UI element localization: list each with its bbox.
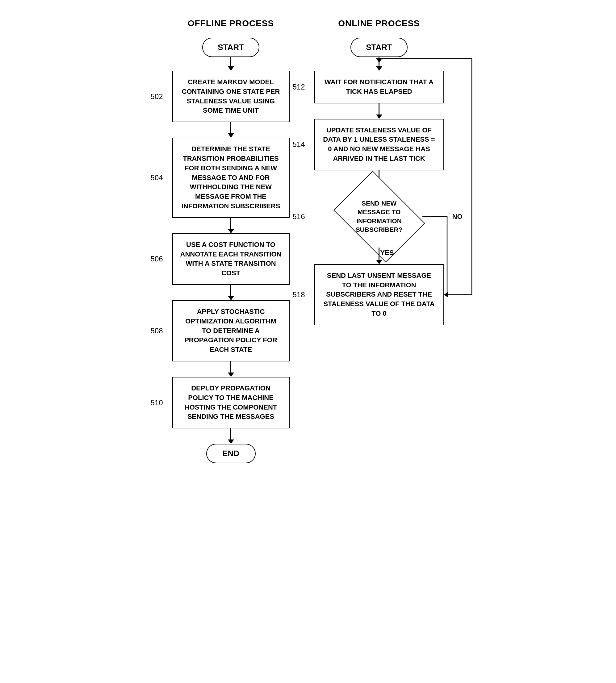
arrow-6 bbox=[228, 428, 234, 444]
step-514-box: UPDATE STALENESS VALUE OF DATA BY 1 UNLE… bbox=[314, 119, 444, 170]
online-arrow-2 bbox=[376, 104, 382, 119]
arrow-1 bbox=[228, 57, 234, 71]
arrow-4 bbox=[228, 285, 234, 300]
step-504-box: DETERMINE THE STATE TRANSITION PROBABILI… bbox=[172, 138, 290, 218]
label-512: 512 bbox=[293, 83, 305, 91]
offline-start-terminal: START bbox=[202, 38, 259, 57]
offline-end-terminal: END bbox=[206, 444, 256, 463]
label-506: 506 bbox=[151, 255, 163, 263]
offline-title: OFFLINE PROCESS bbox=[188, 19, 274, 28]
label-502: 502 bbox=[151, 92, 163, 101]
online-title: ONLINE PROCESS bbox=[338, 19, 420, 28]
arrow-3 bbox=[228, 218, 234, 233]
online-arrow-1 bbox=[376, 57, 382, 71]
step-510-box: DEPLOY PROPAGATION POLICY TO THE MACHINE… bbox=[172, 377, 290, 428]
label-518: 518 bbox=[293, 291, 305, 299]
step-506-box: USE A COST FUNCTION TO ANNOTATE EACH TRA… bbox=[172, 233, 290, 285]
yes-arrow: YES bbox=[376, 248, 382, 264]
arrow-2 bbox=[228, 122, 234, 138]
label-504: 504 bbox=[151, 174, 163, 182]
svg-marker-1 bbox=[444, 292, 448, 298]
label-516: 516 bbox=[293, 212, 305, 221]
offline-process-column: OFFLINE PROCESS START 502 CREATE MARKOV … bbox=[172, 19, 290, 463]
label-514: 514 bbox=[293, 140, 305, 149]
label-508: 508 bbox=[151, 326, 163, 335]
decision-diamond: SEND NEW MESSAGE TO INFORMATION SUBSCRIB… bbox=[336, 186, 422, 248]
no-label: NO bbox=[452, 213, 463, 221]
diamond-text: SEND NEW MESSAGE TO INFORMATION SUBSCRIB… bbox=[348, 199, 410, 234]
step-502-box: CREATE MARKOV MODEL CONTAINING ONE STATE… bbox=[172, 71, 290, 122]
online-start-terminal: START bbox=[350, 38, 408, 57]
label-510: 510 bbox=[151, 399, 163, 407]
step-512-box: WAIT FOR NOTIFICATION THAT A TICK HAS EL… bbox=[314, 71, 444, 104]
step-508-box: APPLY STOCHASTIC OPTIMIZATION ALGORITHM … bbox=[172, 300, 290, 361]
yes-label: YES bbox=[380, 249, 394, 257]
diagram-container: OFFLINE PROCESS START 502 CREATE MARKOV … bbox=[12, 19, 604, 463]
online-process-column: ONLINE PROCESS START 512 WAIT FOR NOTIFI… bbox=[314, 19, 444, 325]
step-518-box: SEND LAST UNSENT MESSAGE TO THE INFORMAT… bbox=[314, 264, 444, 325]
arrow-5 bbox=[228, 361, 234, 377]
